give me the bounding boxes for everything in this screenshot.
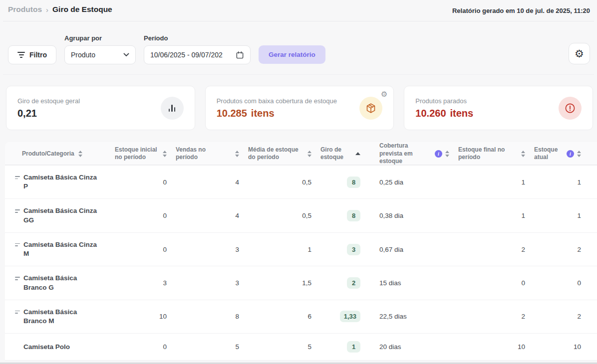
- initial-stock-cell: 0: [110, 343, 171, 351]
- column-label: Produto/Categoria: [22, 150, 74, 158]
- product-name: Camiseta Básica Cinza M: [23, 240, 98, 258]
- card-label: Produtos parados: [415, 97, 473, 105]
- turnover-cell: 8: [315, 210, 364, 221]
- product-name: Camiseta Básica Cinza P: [23, 173, 98, 191]
- group-by-field: Agrupar por Produto: [64, 34, 136, 64]
- filter-button[interactable]: Filtro: [8, 45, 56, 64]
- sort-icon[interactable]: [445, 151, 449, 157]
- info-icon[interactable]: i: [567, 150, 574, 158]
- column-label: Vendas no período: [176, 146, 228, 162]
- avg-stock-cell: 1: [243, 246, 315, 253]
- final-stock-cell: 0: [453, 279, 529, 287]
- divider: [3, 74, 594, 75]
- page-title: Giro de Estoque: [52, 5, 112, 14]
- clipped-cell: ⋮: [585, 246, 597, 253]
- column-label: Média de estoque do período: [248, 146, 300, 162]
- table-row[interactable]: Camiseta Básica Cinza P 0 4 0,5 8 0,25 d…: [5, 165, 597, 198]
- final-stock-cell: 10: [453, 343, 529, 351]
- current-stock-cell: 2: [529, 313, 585, 320]
- card-value: 0,21: [17, 108, 80, 119]
- final-stock-cell: 1: [453, 212, 529, 219]
- table-row[interactable]: Camiseta Básica Cinza M 0 3 1 3 0,67 dia…: [5, 232, 597, 266]
- clipped-cell: ⋮: [585, 280, 597, 287]
- table-row[interactable]: Camiseta Básica Branco M 10 8 6 1,33 22,…: [5, 300, 597, 333]
- top-bar: Produtos › Giro de Estoque Relatório ger…: [0, 0, 597, 21]
- current-stock-cell: 10: [529, 343, 585, 351]
- column-header-coverage[interactable]: Cobertura prevista em estoque i: [364, 142, 453, 166]
- filter-button-label: Filtro: [29, 51, 47, 59]
- current-stock-cell: 0: [529, 279, 585, 287]
- card-gear-icon[interactable]: ⚙: [381, 90, 387, 98]
- clipped-cell: ⋮: [585, 212, 597, 219]
- table-row[interactable]: Camiseta Básica Branco G 3 3 1,5 2 15 di…: [5, 266, 597, 299]
- group-by-label: Agrupar por: [64, 34, 136, 42]
- turnover-badge: 3: [347, 244, 360, 255]
- card-icon-circle: [161, 97, 184, 120]
- column-label: Giro de estoque: [320, 146, 355, 162]
- sort-icon[interactable]: [307, 151, 311, 157]
- card-value-unit: itens: [251, 108, 275, 119]
- variant-lines-icon: [15, 274, 20, 280]
- clipped-cell: ⋮: [585, 179, 597, 185]
- variant-lines-icon: [15, 206, 20, 212]
- sales-cell: 4: [171, 179, 243, 186]
- column-header-avg-stock[interactable]: Média de estoque do período: [243, 142, 315, 166]
- generate-report-button[interactable]: Gerar relatório: [259, 45, 325, 64]
- card-label: Giro de estoque geral: [17, 97, 80, 105]
- column-header-current-stock[interactable]: Estoque atual i: [529, 142, 585, 166]
- card-icon-circle: [559, 97, 582, 120]
- sort-icon[interactable]: [577, 151, 581, 157]
- table-row[interactable]: Camiseta Polo 0 5 5 1 20 dias 10 10 ⋮: [5, 333, 597, 361]
- card-value-number: 0,21: [17, 108, 37, 119]
- summary-cards: Giro de estoque geral 0,21 ⚙ Produtos co…: [6, 86, 593, 130]
- avg-stock-cell: 0,5: [243, 212, 315, 219]
- final-stock-cell: 2: [453, 246, 529, 253]
- column-header-turnover[interactable]: Giro de estoque: [315, 142, 364, 166]
- sort-icon[interactable]: [163, 151, 167, 157]
- sort-icon[interactable]: [521, 151, 525, 157]
- column-header-initial-stock[interactable]: Estoque inicial no período: [110, 142, 171, 166]
- product-cell: Camiseta Básica Cinza GG: [5, 206, 110, 224]
- turnover-cell: 8: [315, 177, 364, 188]
- info-icon[interactable]: i: [435, 150, 442, 158]
- coverage-cell: 20 dias: [364, 343, 453, 351]
- sort-icon[interactable]: [78, 151, 82, 157]
- final-stock-cell: 1: [453, 179, 529, 186]
- current-stock-cell: 1: [529, 212, 585, 219]
- card-icon-circle: [359, 97, 382, 120]
- bar-chart-icon: [169, 105, 176, 112]
- column-label: Estoque inicial no período: [115, 146, 163, 162]
- variant-lines-icon: [15, 173, 20, 179]
- product-cell: Camiseta Básica Cinza P: [5, 173, 110, 191]
- card-value-number: 10.285: [217, 108, 247, 119]
- variant-lines-icon: [15, 240, 20, 246]
- column-header-sales[interactable]: Vendas no período: [171, 142, 243, 166]
- sort-icon[interactable]: [235, 151, 239, 157]
- settings-button[interactable]: ⚙: [569, 43, 590, 64]
- variant-lines-icon: [15, 308, 20, 314]
- period-value: 10/06/2025 - 09/07/202: [150, 51, 223, 59]
- card-low-coverage: ⚙ Produtos com baixa cobertura de estoqu…: [205, 86, 394, 130]
- column-header-product[interactable]: Produto/Categoria: [5, 142, 110, 166]
- alert-circle-icon: [564, 102, 576, 114]
- turnover-cell: 1,33: [315, 311, 364, 322]
- toolbar: Filtro Agrupar por Produto Período 10/06…: [0, 21, 597, 74]
- sort-ascending-icon[interactable]: [355, 152, 360, 155]
- card-stock-turnover: Giro de estoque geral 0,21: [6, 86, 195, 130]
- table-row[interactable]: Camiseta Básica Cinza GG 0 4 0,5 8 0,38 …: [5, 198, 597, 232]
- group-by-value: Produto: [71, 51, 95, 59]
- product-name: Camiseta Básica Cinza GG: [23, 206, 98, 224]
- card-text: Giro de estoque geral 0,21: [17, 97, 80, 119]
- final-stock-cell: 2: [453, 313, 529, 320]
- clipped-cell: ⋮: [585, 313, 597, 320]
- breadcrumb-parent[interactable]: Produtos: [8, 5, 42, 14]
- avg-stock-cell: 6: [243, 313, 315, 320]
- column-header-final-stock[interactable]: Estoque final no período: [453, 142, 529, 166]
- card-text: Produtos parados 10.260 itens: [415, 97, 473, 119]
- period-input[interactable]: 10/06/2025 - 09/07/202: [144, 45, 251, 64]
- initial-stock-cell: 10: [110, 313, 171, 320]
- gear-icon: ⚙: [575, 48, 584, 59]
- avg-stock-cell: 5: [243, 343, 315, 351]
- group-by-select[interactable]: Produto: [64, 45, 136, 64]
- turnover-cell: 2: [315, 277, 364, 289]
